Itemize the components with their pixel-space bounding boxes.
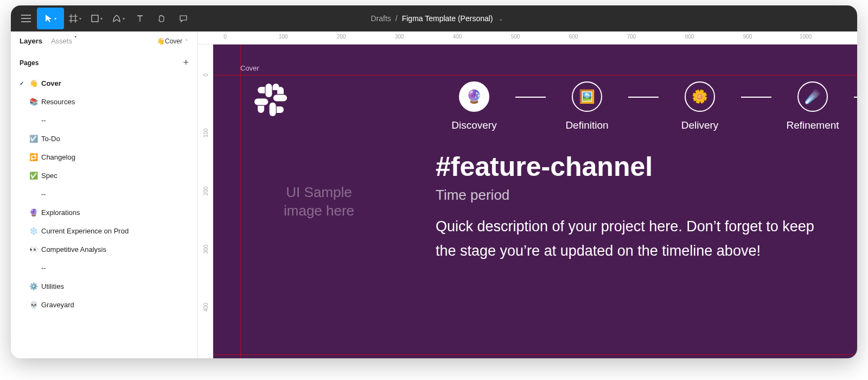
page-item[interactable]: ⚙️Utilities <box>11 277 197 295</box>
ruler-tick: 100 <box>202 129 208 138</box>
canvas-area: 01002003004005006007008009001000 0100200… <box>198 31 857 358</box>
page-list: ✓👋Cover📚Resources--☑️To-Do🔁Changelog✅Spe… <box>11 72 197 316</box>
canvas[interactable]: Cover <box>213 45 857 358</box>
ruler-tick: 100 <box>279 34 288 40</box>
page-item[interactable]: -- <box>11 258 197 277</box>
page-label: Utilities <box>41 282 64 290</box>
chevron-up-icon: ⌃ <box>184 39 189 44</box>
page-emoji-icon: ❄️ <box>29 227 38 235</box>
stage-connector <box>628 97 659 98</box>
page-item[interactable]: ❄️Current Experience on Prod <box>11 221 197 240</box>
page-item[interactable]: ✓👋Cover <box>11 74 197 92</box>
page-label: Resources <box>41 98 75 106</box>
frame-tool-button[interactable]: ▾ <box>64 8 86 29</box>
hand-tool-button[interactable] <box>151 8 173 29</box>
ruler-tick: 300 <box>202 245 208 254</box>
svg-rect-6 <box>261 87 265 93</box>
page-item[interactable]: 🔁Changelog <box>11 148 197 166</box>
page-label: Current Experience on Prod <box>41 227 129 235</box>
svg-rect-2 <box>273 94 287 101</box>
stage-connector <box>515 97 546 98</box>
breadcrumb: Drafts / Figma Template (Personal) ⌄ <box>194 14 679 23</box>
chevron-down-icon: ▾ <box>79 16 81 21</box>
page-item[interactable]: 🔮Explorations <box>11 203 197 221</box>
chevron-down-icon: ▾ <box>54 16 56 21</box>
page-item[interactable]: 💀Graveyard <box>11 295 197 314</box>
frame-label[interactable]: Cover <box>240 64 259 72</box>
stage-circle-icon: 🖼️ <box>572 81 602 112</box>
stage-label: Refinement <box>786 119 839 131</box>
stage-circle-icon: 🌼 <box>685 81 715 112</box>
ruler-tick: 500 <box>511 34 520 40</box>
check-icon: ✓ <box>20 80 24 86</box>
ruler-tick: 700 <box>627 34 636 40</box>
ruler-tick: 300 <box>395 34 404 40</box>
ruler-vertical[interactable]: 0100200300400 <box>198 45 213 358</box>
page-item[interactable]: -- <box>11 111 197 129</box>
page-emoji-icon: 💀 <box>29 301 38 309</box>
page-label: Graveyard <box>41 301 74 309</box>
chevron-down-icon: ▾ <box>123 16 125 21</box>
pen-tool-button[interactable]: ▾ <box>107 8 129 29</box>
stage-connector <box>741 97 771 98</box>
ruler-tick: 200 <box>337 34 346 40</box>
svg-rect-1 <box>265 84 272 97</box>
comment-tool-button[interactable] <box>173 8 194 29</box>
svg-rect-8 <box>277 90 284 94</box>
page-emoji-icon: ⚙️ <box>29 282 38 290</box>
stage-item: 🖼️Definition <box>546 81 628 131</box>
page-item[interactable]: -- <box>11 185 197 203</box>
channel-title: #feature-channel <box>436 151 825 182</box>
current-page-selector[interactable]: 👋Cover ⌃ <box>157 37 189 45</box>
breadcrumb-file[interactable]: Figma Template (Personal) <box>402 14 493 23</box>
toolbar: ▾ ▾ ▾ ▾ Drafts / Figma Template (Persona… <box>11 5 857 31</box>
page-emoji-icon: 📚 <box>29 98 38 106</box>
breadcrumb-path[interactable]: Drafts <box>371 14 391 23</box>
ruler-tick: 900 <box>743 34 752 40</box>
slack-logo-icon <box>251 80 290 119</box>
stage-label: Definition <box>565 119 608 131</box>
page-label: To-Do <box>41 135 60 143</box>
page-label: -- <box>41 190 46 198</box>
page-emoji-icon: 👀 <box>29 245 38 254</box>
text-tool-button[interactable] <box>129 8 151 29</box>
ruler-tick: 200 <box>202 187 208 196</box>
page-item[interactable]: ☑️To-Do <box>11 129 197 148</box>
stage-item: 🔮Discovery <box>433 81 515 131</box>
page-label: Changelog <box>41 153 75 161</box>
ruler-tick: 0 <box>202 73 208 77</box>
ruler-tick: 400 <box>202 303 208 312</box>
page-label: Cover <box>41 79 61 87</box>
add-page-button[interactable]: + <box>183 57 189 68</box>
pages-heading: Pages <box>20 59 39 67</box>
ruler-horizontal[interactable]: 01002003004005006007008009001000 <box>198 31 857 45</box>
ruler-tick: 1000 <box>800 34 812 40</box>
page-label: Explorations <box>41 208 80 217</box>
move-tool-button[interactable]: ▾ <box>37 8 64 29</box>
stage-connector <box>854 97 857 98</box>
chevron-down-icon: ▾ <box>100 16 103 21</box>
current-page-label: 👋Cover <box>157 37 182 45</box>
page-emoji-icon: 👋 <box>29 79 38 87</box>
ruler-tick: 0 <box>224 34 227 40</box>
page-emoji-icon: 🔁 <box>29 153 38 161</box>
chevron-down-icon[interactable]: ⌄ <box>499 16 503 22</box>
page-emoji-icon: ✅ <box>29 172 38 180</box>
breadcrumb-separator: / <box>395 14 398 23</box>
page-item[interactable]: 📚Resources <box>11 92 197 111</box>
stage-timeline: 🔮Discovery🖼️Definition🌼Delivery☄️Refinem… <box>433 81 857 131</box>
page-item[interactable]: 👀Competitive Analysis <box>11 240 197 258</box>
page-label: Competitive Analysis <box>41 245 106 254</box>
menu-button[interactable] <box>15 8 37 29</box>
tab-layers[interactable]: Layers <box>20 37 42 45</box>
svg-rect-3 <box>270 103 276 116</box>
stage-label: Discovery <box>451 119 496 131</box>
page-item[interactable]: ✅Spec <box>11 166 197 185</box>
stage-label: Delivery <box>681 119 719 131</box>
page-label: -- <box>41 116 46 124</box>
svg-rect-0 <box>92 15 98 22</box>
shape-tool-button[interactable]: ▾ <box>86 8 107 29</box>
cover-frame[interactable]: 🔮Discovery🖼️Definition🌼Delivery☄️Refinem… <box>240 75 857 358</box>
tab-assets[interactable]: Assets <box>51 37 72 45</box>
ruler-tick: 400 <box>453 34 462 40</box>
